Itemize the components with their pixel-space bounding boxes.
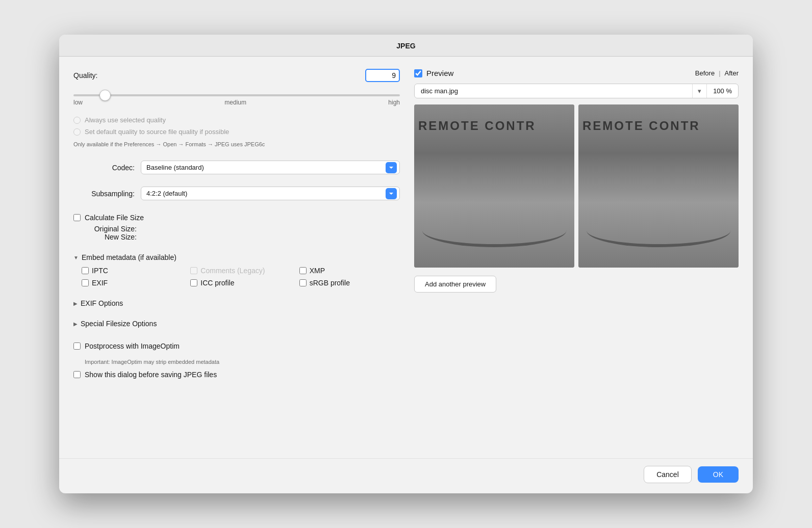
preview-label: Preview: [426, 69, 453, 77]
meta-comments[interactable]: Comments (Legacy): [190, 267, 291, 275]
icc-checkbox[interactable]: [190, 279, 197, 286]
original-size-row: Original Size:: [73, 225, 400, 233]
codec-select[interactable]: Baseline (standard) Progressive: [141, 161, 400, 174]
icc-label: ICC profile: [200, 279, 234, 287]
left-panel: Quality: low medium high Always use sele…: [73, 69, 400, 448]
preview-after-image: [578, 104, 739, 268]
srgb-checkbox[interactable]: [299, 279, 307, 286]
codec-label: Codec:: [73, 164, 135, 172]
postprocess-checkbox[interactable]: [73, 342, 81, 350]
meta-srgb[interactable]: sRGB profile: [299, 279, 400, 287]
preview-header: Preview Before | After: [414, 69, 739, 77]
special-filesize-label: Special Filesize Options: [81, 320, 157, 328]
image-selector-dropdown-icon[interactable]: ▾: [692, 84, 706, 98]
postprocess-item: Postprocess with ImageOptim: [73, 342, 400, 350]
postprocess-hint: Important: ImageOptim may strip embedded…: [73, 358, 400, 366]
before-image-content: [414, 104, 574, 268]
subsampling-label: Subsampling:: [73, 190, 135, 198]
show-dialog-checkbox[interactable]: [73, 371, 81, 378]
ok-button[interactable]: OK: [698, 466, 739, 483]
slider-low-label: low: [73, 99, 83, 106]
after-image-content: [578, 104, 739, 268]
original-size-label: Original Size:: [86, 225, 137, 233]
before-label[interactable]: Before: [695, 69, 715, 77]
special-filesize-header[interactable]: ▶ Special Filesize Options: [73, 320, 400, 328]
comments-label: Comments (Legacy): [200, 267, 265, 275]
radio-always-text: Always use selected quality: [85, 116, 166, 124]
meta-xmp[interactable]: XMP: [299, 267, 400, 275]
right-panel: Preview Before | After disc man.jpg ▾ 10…: [414, 69, 739, 448]
dialog-footer: Cancel OK: [59, 458, 753, 493]
xmp-label: XMP: [310, 267, 325, 275]
dialog-title: JPEG: [396, 42, 415, 50]
radio-group: Always use selected quality Set default …: [73, 116, 400, 148]
embed-metadata-section: ▼ Embed metadata (if available) IPTC Com…: [73, 253, 400, 287]
new-size-row: New Size:: [73, 233, 400, 241]
slider-medium-label: medium: [224, 99, 246, 106]
postprocess-label: Postprocess with ImageOptim: [85, 342, 180, 350]
quality-hint: Only available if the Preferences → Open…: [73, 141, 400, 148]
calc-file-size-item: Calculate File Size: [73, 214, 400, 222]
jpeg-dialog: JPEG Quality: low medium high: [59, 35, 753, 493]
show-dialog-label: Show this dialog before saving JPEG file…: [85, 371, 217, 379]
subsampling-select-wrapper: 4:2:2 (default) 4:4:4 4:2:0: [141, 187, 400, 200]
xmp-checkbox[interactable]: [299, 267, 307, 274]
radio-set-default-text: Set default quality to source file quali…: [85, 128, 229, 136]
quality-slider[interactable]: [73, 94, 400, 96]
metadata-grid: IPTC Comments (Legacy) XMP EXIF: [73, 267, 400, 287]
meta-iptc[interactable]: IPTC: [82, 267, 182, 275]
exif-options-arrow-icon: ▶: [73, 301, 78, 306]
before-after-group: Before | After: [695, 69, 739, 77]
codec-row: Codec: Baseline (standard) Progressive: [73, 161, 400, 174]
after-label[interactable]: After: [725, 69, 739, 77]
exif-options-header[interactable]: ▶ EXIF Options: [73, 299, 400, 307]
exif-options-section: ▶ EXIF Options: [73, 299, 400, 307]
codec-select-wrapper: Baseline (standard) Progressive: [141, 161, 400, 174]
subsampling-select[interactable]: 4:2:2 (default) 4:4:4 4:2:0: [141, 187, 400, 200]
radio-set-default-label[interactable]: Set default quality to source file quali…: [73, 128, 400, 136]
image-zoom-level: 100 %: [706, 84, 738, 98]
exif-label: EXIF: [92, 279, 108, 287]
iptc-checkbox[interactable]: [82, 267, 89, 274]
radio-set-default-input[interactable]: [73, 128, 81, 136]
add-another-preview-button[interactable]: Add another preview: [414, 276, 496, 293]
subsampling-row: Subsampling: 4:2:2 (default) 4:4:4 4:2:0: [73, 187, 400, 200]
new-size-label: New Size:: [86, 233, 137, 241]
preview-checkbox-label[interactable]: Preview: [414, 69, 453, 77]
dialog-body: Quality: low medium high Always use sele…: [59, 57, 753, 458]
quality-row: Quality:: [73, 69, 400, 82]
calc-file-size-label: Calculate File Size: [85, 214, 144, 222]
add-preview-label: Add another preview: [425, 280, 486, 288]
quality-input[interactable]: [365, 69, 400, 82]
preview-before-image: [414, 104, 574, 268]
special-filesize-arrow-icon: ▶: [73, 321, 78, 327]
exif-checkbox[interactable]: [82, 279, 89, 286]
preview-images-container: [414, 104, 739, 268]
dialog-titlebar: JPEG: [59, 35, 753, 57]
preview-checkbox-input[interactable]: [414, 69, 422, 77]
separator: |: [719, 69, 720, 77]
bottom-section: Postprocess with ImageOptim Important: I…: [73, 342, 400, 381]
quality-slider-container: low medium high: [73, 90, 400, 106]
embed-metadata-header[interactable]: ▼ Embed metadata (if available): [73, 253, 400, 261]
radio-always-label[interactable]: Always use selected quality: [73, 116, 400, 124]
special-filesize-section: ▶ Special Filesize Options: [73, 320, 400, 328]
cancel-button[interactable]: Cancel: [644, 466, 692, 483]
radio-always-input[interactable]: [73, 117, 81, 124]
meta-exif[interactable]: EXIF: [82, 279, 182, 287]
image-filename: disc man.jpg: [415, 84, 692, 98]
embed-metadata-label: Embed metadata (if available): [82, 253, 176, 261]
comments-checkbox[interactable]: [190, 267, 197, 274]
slider-high-label: high: [388, 99, 400, 106]
calc-file-size-checkbox[interactable]: [73, 214, 81, 221]
quality-label: Quality:: [73, 71, 97, 80]
iptc-label: IPTC: [92, 267, 108, 275]
image-selector-row: disc man.jpg ▾ 100 %: [414, 84, 739, 98]
show-dialog-item: Show this dialog before saving JPEG file…: [73, 371, 400, 379]
srgb-label: sRGB profile: [310, 279, 350, 287]
file-size-section: Calculate File Size Original Size: New S…: [73, 214, 400, 241]
exif-options-label: EXIF Options: [81, 299, 123, 307]
meta-icc[interactable]: ICC profile: [190, 279, 291, 287]
embed-metadata-arrow-icon: ▼: [73, 255, 79, 260]
